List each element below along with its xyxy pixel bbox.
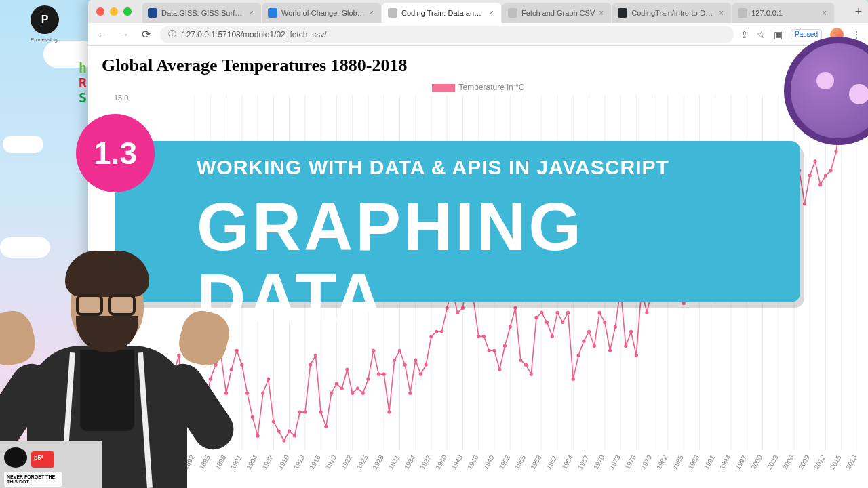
svg-point-100	[429, 335, 433, 338]
minimize-window-button[interactable]	[110, 7, 118, 16]
sticker-never-forget: NEVER FORGET THE THIS DOT !	[4, 472, 62, 487]
close-window-button[interactable]	[96, 7, 104, 16]
share-icon[interactable]: ⇪	[741, 29, 749, 40]
close-tab-icon[interactable]: ×	[369, 8, 376, 18]
lesson-number-badge: 1.3	[76, 114, 155, 192]
cloud-decoration	[3, 136, 43, 153]
reload-button[interactable]: ⟳	[138, 27, 153, 42]
svg-point-173	[813, 159, 816, 163]
svg-point-172	[808, 174, 812, 177]
bookmark-icon[interactable]: ☆	[757, 29, 766, 40]
site-info-icon[interactable]: ⓘ	[168, 28, 176, 40]
maximize-window-button[interactable]	[123, 7, 132, 16]
svg-point-80	[324, 425, 328, 428]
svg-point-97	[414, 359, 417, 362]
svg-point-82	[335, 382, 338, 386]
tab-favicon	[508, 8, 517, 18]
close-tab-icon[interactable]: ×	[822, 8, 829, 18]
back-button[interactable]: ←	[95, 27, 110, 42]
svg-point-58	[209, 378, 212, 381]
browser-tab[interactable]: CodingTrain/Intro-to-Data-API ×	[612, 3, 731, 23]
svg-point-50	[167, 413, 170, 416]
address-bar[interactable]: ⓘ 127.0.0.1:57108/module1/02_fetch_csv/	[160, 26, 734, 43]
svg-point-54	[188, 382, 191, 386]
svg-point-45	[140, 354, 144, 357]
browser-tab[interactable]: Fetch and Graph CSV ×	[502, 3, 611, 23]
svg-text:1997: 1997	[734, 453, 748, 470]
svg-text:1964: 1964	[560, 453, 574, 470]
svg-text:1952: 1952	[497, 453, 511, 470]
svg-text:1919: 1919	[323, 453, 338, 470]
tab-strip: Data.GISS: GISS Surface Temp × World of …	[142, 0, 849, 23]
cloud-decoration	[0, 237, 50, 258]
svg-point-55	[193, 392, 196, 395]
url-text: 127.0.0.1:57108/module1/02_fetch_csv/	[182, 30, 327, 39]
forward-button[interactable]: →	[117, 27, 132, 42]
tab-title: Data.GISS: GISS Surface Temp	[161, 9, 245, 17]
browser-tab[interactable]: 127.0.0.1 ×	[732, 3, 834, 23]
tab-favicon	[738, 8, 747, 18]
svg-point-139	[635, 354, 638, 357]
svg-point-51	[172, 373, 175, 376]
svg-text:1910: 1910	[277, 453, 291, 470]
svg-point-70	[272, 420, 275, 424]
svg-point-64	[240, 363, 243, 367]
svg-text:1940: 1940	[434, 453, 448, 470]
tab-favicon	[388, 8, 397, 18]
svg-point-93	[393, 359, 396, 362]
svg-point-114	[503, 344, 507, 348]
svg-point-73	[288, 430, 291, 433]
svg-text:1907: 1907	[260, 453, 275, 470]
svg-text:1976: 1976	[623, 453, 637, 470]
profile-paused-badge[interactable]: Paused	[791, 29, 822, 39]
close-tab-icon[interactable]: ×	[489, 8, 496, 18]
browser-tab[interactable]: Data.GISS: GISS Surface Temp ×	[142, 3, 261, 23]
svg-point-111	[488, 349, 491, 352]
desktop-background: P Processing h R S	[0, 0, 88, 488]
svg-point-94	[398, 349, 401, 352]
svg-point-134	[608, 349, 612, 352]
svg-point-177	[834, 150, 837, 153]
browser-tab[interactable]: Coding Train: Data and APIs P ×	[382, 3, 501, 23]
svg-point-65	[245, 392, 249, 395]
svg-point-71	[277, 430, 281, 433]
svg-point-90	[377, 373, 380, 376]
svg-point-56	[198, 401, 201, 405]
svg-point-81	[330, 392, 333, 395]
svg-point-98	[419, 373, 422, 376]
svg-text:1943: 1943	[450, 453, 465, 470]
legend-swatch	[432, 84, 455, 92]
svg-point-91	[382, 373, 386, 376]
svg-text:1946: 1946	[466, 453, 480, 470]
svg-point-119	[530, 373, 533, 376]
svg-text:1973: 1973	[608, 453, 622, 470]
svg-point-57	[203, 401, 207, 405]
new-tab-button[interactable]: +	[849, 5, 868, 19]
svg-text:1970: 1970	[592, 453, 606, 470]
cast-icon[interactable]: ▣	[774, 29, 783, 40]
close-tab-icon[interactable]: ×	[249, 8, 256, 18]
close-tab-icon[interactable]: ×	[599, 8, 606, 18]
svg-point-137	[624, 344, 627, 348]
svg-point-74	[293, 434, 296, 437]
svg-point-123	[551, 335, 554, 338]
svg-point-69	[267, 378, 270, 381]
svg-point-66	[251, 415, 254, 419]
svg-point-171	[803, 202, 806, 205]
browser-menu-icon[interactable]: ⋮	[852, 29, 861, 40]
code-glyph: h	[79, 60, 87, 76]
page-title: Global Average Temperatures 1880-2018	[102, 56, 854, 76]
svg-text:1988: 1988	[686, 453, 701, 470]
tab-favicon	[268, 8, 277, 18]
svg-point-127	[572, 378, 575, 381]
svg-text:1979: 1979	[639, 453, 654, 470]
browser-toolbar: ← → ⟳ ⓘ 127.0.0.1:57108/module1/02_fetch…	[88, 23, 868, 46]
series-subtitle: Working with Data & APIs in JavaScript	[197, 156, 780, 179]
svg-text:2009: 2009	[797, 453, 811, 470]
browser-tab[interactable]: World of Change: Global Temp ×	[262, 3, 381, 23]
svg-text:1994: 1994	[718, 453, 732, 470]
svg-point-52	[177, 354, 180, 357]
close-tab-icon[interactable]: ×	[719, 8, 726, 18]
svg-point-62	[230, 368, 233, 371]
svg-point-67	[256, 434, 260, 437]
